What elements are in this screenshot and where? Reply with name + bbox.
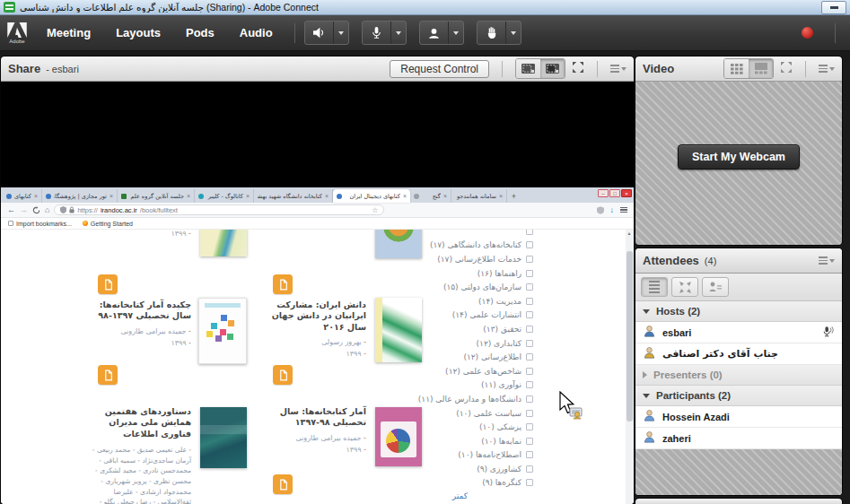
- browser-tab[interactable]: کتابخانه دانشگاه شهید بهشتی×: [254, 189, 333, 203]
- attendee-row[interactable]: zaheri: [635, 428, 842, 449]
- book-title-link[interactable]: دستاوردهای هفتمین همایش ملی مدیران فناور…: [82, 406, 191, 439]
- category-checkbox[interactable]: [526, 410, 533, 417]
- attendee-section-header[interactable]: Hosts (2): [635, 301, 842, 322]
- category-filter[interactable]: اصطلاح‌نامه‌ها (۱۰): [381, 448, 533, 463]
- category-checkbox[interactable]: [526, 479, 533, 486]
- tab-close-icon[interactable]: ×: [246, 193, 250, 199]
- raise-hand-dropdown[interactable]: [505, 22, 521, 44]
- status-view-icon[interactable]: [702, 277, 729, 297]
- recording-indicator[interactable]: [802, 27, 813, 39]
- page-scrollbar[interactable]: ▲: [626, 230, 634, 504]
- back-icon[interactable]: ←: [7, 206, 15, 214]
- webcam-icon[interactable]: [420, 22, 448, 44]
- category-filter[interactable]: تحقیق (۱۳): [381, 322, 533, 336]
- fullscreen-icon[interactable]: [780, 61, 793, 77]
- category-checkbox[interactable]: [526, 256, 533, 263]
- category-checkbox[interactable]: [526, 283, 533, 291]
- webcam-dropdown[interactable]: [448, 22, 463, 44]
- category-filter[interactable]: پزشکی (۱۰): [381, 420, 533, 434]
- book-title-link[interactable]: چکیده آمار کتابخانه‌ها: سال تحصیلی ۱۳۹۷-…: [82, 300, 191, 322]
- microphone-icon[interactable]: [363, 22, 390, 44]
- pdf-download-icon[interactable]: [273, 474, 293, 494]
- category-filter[interactable]: کنگره‌ها (۹): [381, 476, 533, 491]
- category-checkbox[interactable]: [526, 241, 533, 248]
- browser-tab[interactable]: گنج×: [410, 189, 451, 203]
- tab-close-icon[interactable]: ×: [403, 193, 407, 199]
- category-filter[interactable]: راهنماها (۱۶): [381, 266, 533, 281]
- download-icon[interactable]: ↓: [610, 205, 615, 214]
- category-filter[interactable]: دانشگاه‌ها و مدارس عالی (۱۱): [381, 392, 533, 406]
- browser-menu-icon[interactable]: [620, 207, 627, 213]
- attendee-section-header[interactable]: Presenters (0): [635, 365, 842, 386]
- speaker-icon[interactable]: [305, 22, 333, 44]
- reload-icon[interactable]: [32, 202, 40, 218]
- category-filter[interactable]: کشاورزی (۹): [381, 462, 533, 476]
- attendee-row[interactable]: esbari: [635, 322, 842, 343]
- category-filter[interactable]: سیاست علمی (۱۰): [381, 406, 533, 421]
- layout-filled-icon[interactable]: [540, 59, 565, 78]
- tab-close-icon[interactable]: ×: [110, 193, 113, 199]
- breakout-view-icon[interactable]: [671, 277, 698, 297]
- raise-hand-icon[interactable]: [478, 22, 505, 44]
- browser-tab[interactable]: سامانه همانندجو×: [451, 189, 507, 203]
- category-filter[interactable]: شاخص‌های علمی (۱۲): [381, 364, 533, 378]
- minimize-button[interactable]: [821, 1, 846, 14]
- category-filter[interactable]: اطلاع‌رسانی (۱۲): [381, 350, 533, 364]
- category-filter[interactable]: نوآوری (۱۱): [381, 378, 533, 393]
- category-checkbox[interactable]: [526, 465, 533, 473]
- menu-pods[interactable]: Pods: [186, 26, 215, 39]
- pod-menu-icon[interactable]: [819, 65, 835, 73]
- microphone-dropdown[interactable]: [390, 22, 406, 44]
- category-checkbox[interactable]: [526, 340, 533, 347]
- book-cover[interactable]: [200, 407, 247, 468]
- category-checkbox[interactable]: [526, 395, 533, 403]
- browser-close-icon[interactable]: ×: [621, 189, 632, 197]
- bookmark-item[interactable]: Import bookmarks...: [8, 221, 72, 227]
- category-filter[interactable]: [381, 230, 533, 239]
- book-title-link[interactable]: دانش ایران: مشارکت ایرانیان در دانش جهان…: [257, 300, 366, 333]
- browser-tab[interactable]: جلسه آنلاین گروه علم×: [118, 189, 195, 203]
- bookmark-star-icon[interactable]: ☆: [372, 206, 378, 214]
- book-cover[interactable]: [198, 298, 247, 364]
- category-checkbox[interactable]: [526, 423, 533, 430]
- scrollbar-thumb[interactable]: [627, 251, 633, 421]
- new-tab-button[interactable]: +: [507, 190, 521, 203]
- category-checkbox[interactable]: [526, 438, 533, 445]
- category-checkbox[interactable]: [526, 381, 533, 388]
- list-view-icon[interactable]: [641, 277, 668, 297]
- category-checkbox[interactable]: [526, 311, 533, 318]
- category-checkbox[interactable]: [526, 298, 533, 305]
- category-filter[interactable]: نمایه‌ها (۱۰): [381, 434, 533, 448]
- category-filter[interactable]: مدیریت (۱۴): [381, 294, 533, 308]
- grid-view-icon[interactable]: [724, 59, 749, 78]
- filmstrip-view-icon[interactable]: [749, 59, 773, 78]
- category-checkbox[interactable]: [526, 270, 533, 277]
- attendee-section-header[interactable]: Participants (2): [635, 386, 842, 406]
- browser-maximize-icon[interactable]: □: [609, 189, 620, 197]
- layout-standard-icon[interactable]: [516, 59, 540, 78]
- tab-close-icon[interactable]: ×: [499, 193, 503, 199]
- book-title-link[interactable]: آمار کتابخانه‌ها: سال تحصیلی ۹۸-۱۳۹۷: [257, 406, 366, 429]
- menu-audio[interactable]: Audio: [240, 26, 273, 39]
- category-checkbox[interactable]: [526, 230, 533, 235]
- pocket-icon[interactable]: [597, 206, 604, 214]
- bookmark-item[interactable]: Getting Started: [83, 221, 133, 227]
- browser-tab[interactable]: کتابهای دیجیتال ایران×: [3, 189, 42, 203]
- tab-close-icon[interactable]: ×: [443, 193, 447, 199]
- speaker-dropdown[interactable]: [333, 22, 348, 44]
- start-webcam-button[interactable]: Start My Webcam: [678, 144, 800, 169]
- home-icon[interactable]: ⌂: [45, 206, 49, 214]
- category-filter[interactable]: کتابداری (۱۲): [381, 336, 533, 351]
- tab-close-icon[interactable]: ×: [34, 193, 38, 199]
- forward-icon[interactable]: →: [20, 206, 28, 214]
- menu-meeting[interactable]: Meeting: [47, 26, 91, 39]
- browser-minimize-icon[interactable]: –: [598, 189, 609, 197]
- category-filter[interactable]: خدمات اطلاع‌رسانی (۱۷): [381, 252, 533, 266]
- category-checkbox[interactable]: [526, 368, 533, 375]
- category-filter[interactable]: انتشارات علمی (۱۴): [381, 308, 533, 323]
- tab-close-icon[interactable]: ×: [325, 193, 329, 199]
- pdf-download-icon[interactable]: [98, 365, 118, 385]
- category-checkbox[interactable]: [526, 326, 533, 333]
- url-field[interactable]: https://irandoc.ac.ir/book/fulltext ☆: [54, 204, 384, 215]
- pod-menu-icon[interactable]: [610, 65, 627, 73]
